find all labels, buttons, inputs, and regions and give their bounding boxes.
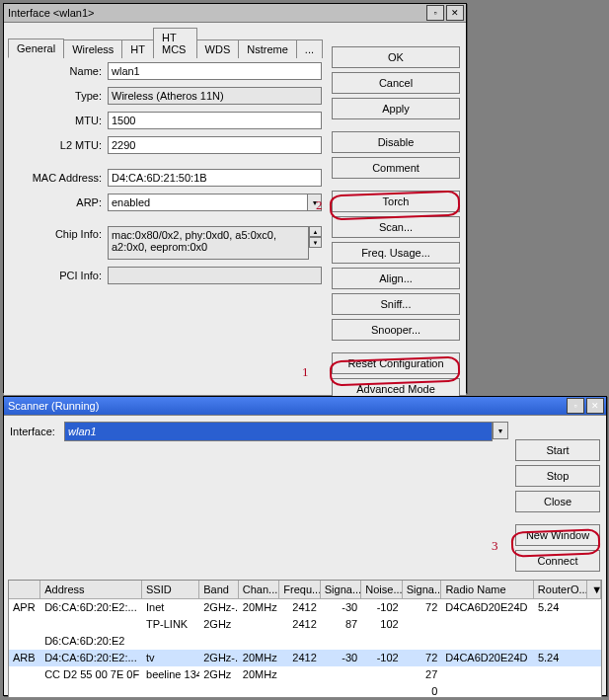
reset-config-button[interactable]: Reset Configuration [332, 352, 460, 374]
cell [142, 633, 199, 650]
cell [441, 683, 534, 698]
grid-col-header[interactable]: ▼ [587, 581, 601, 598]
spin-up-icon[interactable]: ▲ [309, 226, 322, 237]
cell: D4CA6D20E24D [441, 650, 534, 666]
stop-button[interactable]: Stop [515, 465, 600, 487]
freq-usage-button[interactable]: Freq. Usage... [332, 242, 460, 264]
scanner-window: Scanner (Running) ▫ ✕ Interface: ▾ Start… [3, 396, 607, 696]
tab-more[interactable]: ... [296, 39, 323, 58]
cell: -30 [321, 599, 361, 616]
tab-ht[interactable]: HT [121, 39, 154, 58]
tab-nstreme[interactable]: Nstreme [238, 39, 297, 58]
scan-results-grid[interactable]: AddressSSIDBandChan...Frequ...Signa...No… [8, 580, 602, 698]
dropdown-icon[interactable]: ▾ [307, 194, 322, 211]
minimize-icon[interactable]: ▫ [426, 5, 444, 21]
spin-down-icon[interactable]: ▼ [309, 237, 322, 248]
new-window-button[interactable]: New Window [515, 524, 600, 546]
annotation-3: 3 [492, 538, 498, 554]
sniff-button[interactable]: Sniff... [332, 293, 460, 315]
cell [587, 666, 601, 683]
cell: 2412 [279, 599, 320, 616]
grid-col-header[interactable] [9, 581, 40, 598]
cell [534, 683, 588, 698]
ok-button[interactable]: OK [332, 46, 460, 68]
cell [403, 616, 442, 633]
cell: ARB [9, 650, 40, 666]
tab-htmcs[interactable]: HT MCS [153, 28, 197, 58]
table-row[interactable]: APRD6:CA:6D:20:E2:...Inet2GHz-...20MHz24… [9, 599, 601, 616]
arp-select[interactable] [108, 194, 307, 211]
cell [587, 599, 601, 616]
scan-button[interactable]: Scan... [332, 216, 460, 238]
grid-col-header[interactable]: Signa... [321, 581, 361, 598]
table-row[interactable]: D6:CA:6D:20:E2 [9, 633, 601, 650]
mtu-input[interactable] [108, 112, 322, 129]
comment-button[interactable]: Comment [332, 157, 460, 179]
cell: 72 [403, 650, 442, 666]
cell: 2GHz [199, 666, 239, 683]
annotation-1: 1 [302, 364, 309, 380]
grid-col-header[interactable]: Frequ... [279, 581, 320, 598]
cell: APR [9, 599, 40, 616]
interface-select[interactable] [64, 422, 493, 441]
label-arp: ARP: [8, 196, 108, 208]
cell: Inet [142, 599, 199, 616]
grid-col-header[interactable]: SSID [142, 581, 199, 598]
snooper-button[interactable]: Snooper... [332, 319, 460, 341]
cell [9, 616, 40, 633]
disable-button[interactable]: Disable [332, 131, 460, 153]
cell [239, 683, 279, 698]
cell: 20MHz [239, 599, 279, 616]
dropdown-icon[interactable]: ▾ [493, 422, 508, 439]
name-input[interactable] [108, 62, 322, 80]
label-pci: PCI Info: [8, 270, 108, 281]
torch-button[interactable]: Torch [332, 191, 460, 212]
apply-button[interactable]: Apply [332, 98, 460, 119]
cell: tv [142, 650, 199, 666]
cell: 102 [361, 616, 402, 633]
table-row[interactable]: TP-LINK2GHz 241287102 [9, 616, 601, 633]
cell: 87 [321, 616, 361, 633]
grid-body[interactable]: APRD6:CA:6D:20:E2:...Inet2GHz-...20MHz24… [9, 599, 601, 698]
table-row[interactable]: 0 [9, 683, 601, 698]
cell: 2GHz [199, 616, 239, 633]
label-chip: Chip Info: [8, 226, 108, 240]
close-icon[interactable]: ✕ [446, 5, 464, 21]
tab-wds[interactable]: WDS [196, 39, 240, 58]
close-icon[interactable]: ✕ [586, 398, 604, 414]
cell: D6:CA:6D:20:E2 [40, 633, 142, 650]
label-mtu: MTU: [8, 115, 108, 126]
grid-col-header[interactable]: Noise... [361, 581, 402, 598]
cell [40, 616, 142, 633]
titlebar[interactable]: Interface <wlan1> ▫ ✕ [4, 4, 466, 23]
mac-input[interactable] [108, 169, 322, 187]
close-button[interactable]: Close [515, 491, 600, 512]
grid-col-header[interactable]: Signa... [403, 581, 442, 598]
grid-col-header[interactable]: Address [40, 581, 142, 598]
cell: 5.24 [534, 650, 588, 666]
table-row[interactable]: ARBD4:CA:6D:20:E2:...tv2GHz-...20MHz2412… [9, 650, 601, 666]
cell: D4CA6D20E24D [441, 599, 534, 616]
cell: TP-LINK [142, 616, 199, 633]
label-l2mtu: L2 MTU: [8, 139, 108, 151]
cell: -30 [321, 650, 361, 666]
cell [441, 616, 534, 633]
tab-general[interactable]: General [8, 39, 64, 58]
grid-col-header[interactable]: Radio Name [441, 581, 533, 598]
minimize-icon[interactable]: ▫ [567, 398, 584, 414]
table-row[interactable]: CC D2 55 00 7E 0Fbeeline 1342GHz20MHz27 [9, 666, 601, 683]
grid-col-header[interactable]: RouterO... [534, 581, 587, 598]
cell: 5.24 [534, 599, 588, 616]
grid-header[interactable]: AddressSSIDBandChan...Frequ...Signa...No… [9, 581, 601, 599]
grid-col-header[interactable]: Chan... [239, 581, 279, 598]
cell [321, 633, 361, 650]
cell: 2GHz-... [199, 599, 239, 616]
cancel-button[interactable]: Cancel [332, 72, 460, 94]
align-button[interactable]: Align... [332, 268, 460, 289]
start-button[interactable]: Start [515, 439, 600, 461]
l2mtu-input[interactable] [108, 136, 322, 154]
grid-col-header[interactable]: Band [199, 581, 239, 598]
titlebar[interactable]: Scanner (Running) ▫ ✕ [4, 397, 606, 416]
tab-wireless[interactable]: Wireless [63, 39, 122, 58]
connect-button[interactable]: Connect [515, 550, 600, 572]
